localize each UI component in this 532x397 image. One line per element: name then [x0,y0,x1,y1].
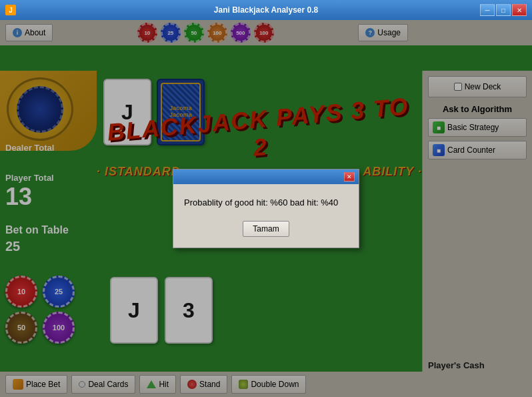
main-content: i About 10 25 50 100 500 100 ? Usage [0,20,532,397]
modal-titlebar: ✕ [173,169,359,184]
close-button[interactable]: ✕ [512,4,527,16]
maximize-button[interactable]: □ [496,4,511,16]
modal-close-button[interactable]: ✕ [344,172,355,181]
modal-ok-button[interactable]: Tamam [243,221,289,237]
minimize-button[interactable]: ─ [480,4,495,16]
app-icon: J [5,5,16,15]
modal-message: Probablity of good hit: %60 bad hit: %40 [184,197,348,208]
window-title: Jani Blackjack Analyser 0.8 [214,5,318,15]
title-bar: J Jani Blackjack Analyser 0.8 ─ □ ✕ [0,0,532,20]
window-controls: ─ □ ✕ [480,4,527,16]
modal-dialog: ✕ Probablity of good hit: %60 bad hit: %… [173,169,359,248]
modal-body: Probablity of good hit: %60 bad hit: %40… [173,184,359,248]
modal-ok-label: Tamam [253,224,279,234]
modal-overlay: ✕ Probablity of good hit: %60 bad hit: %… [0,20,532,397]
